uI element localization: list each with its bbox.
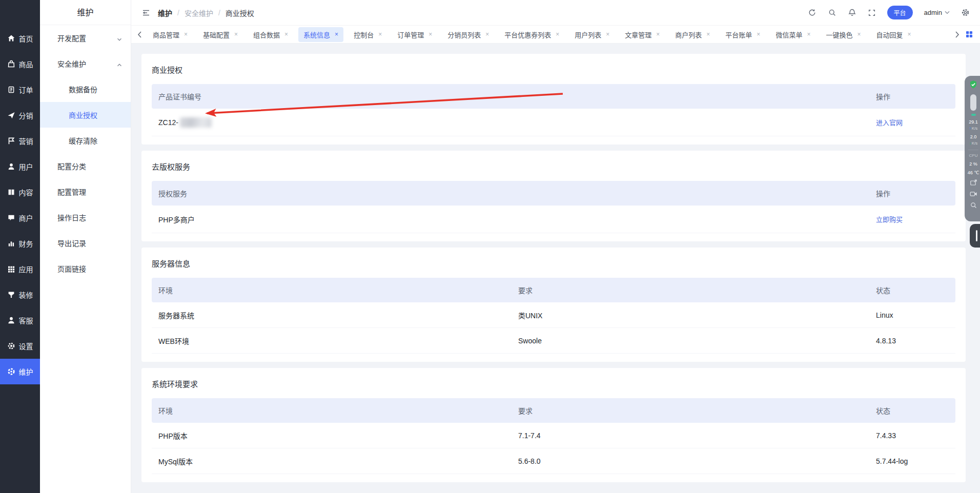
close-icon[interactable]: × [234, 31, 238, 37]
platform-button[interactable]: 平台 [887, 6, 913, 19]
cell-status: 7.4.33 [876, 432, 955, 440]
menu-item-config-manage[interactable]: 配置管理 [40, 179, 131, 204]
tab-item[interactable]: 平台账单× [720, 27, 765, 42]
screenshot-icon[interactable] [970, 179, 977, 187]
tab-label: 平台账单 [725, 30, 752, 39]
sidebar-item-finance[interactable]: 财务 [0, 231, 40, 256]
finance-chart-icon [7, 239, 15, 248]
sidebar-item-label: 分销 [19, 110, 33, 120]
tab-item[interactable]: 商品管理× [148, 27, 193, 42]
menu-item-label: 数据备份 [69, 84, 97, 94]
sidebar-item-home[interactable]: 首页 [0, 26, 40, 51]
sidebar-item-label: 财务 [19, 238, 33, 249]
close-icon[interactable]: × [857, 31, 861, 37]
close-icon[interactable]: × [907, 31, 911, 37]
menu-item-label: 配置分类 [57, 161, 86, 171]
close-icon[interactable]: × [656, 31, 660, 37]
sidebar-item-marketing[interactable]: 营销 [0, 128, 40, 154]
sidebar-item-content[interactable]: 内容 [0, 179, 40, 205]
buy-now-link[interactable]: 立即购买 [876, 216, 903, 223]
close-icon[interactable]: × [606, 31, 609, 37]
tab-item[interactable]: 微信菜单× [770, 27, 815, 42]
tab-label: 组合数据 [253, 30, 280, 39]
menu-item-label: 页面链接 [57, 263, 86, 274]
menu-item-cache-clear[interactable]: 缓存清除 [40, 128, 131, 153]
notification-bell-icon[interactable] [848, 8, 856, 17]
tabs-scroll-right-icon[interactable] [952, 31, 963, 38]
close-icon[interactable]: × [757, 31, 760, 37]
sidebar-item-decorate[interactable]: 装修 [0, 282, 40, 307]
user-icon [7, 162, 15, 171]
close-icon[interactable]: × [378, 31, 382, 37]
user-menu[interactable]: admin [924, 9, 950, 16]
tab-item[interactable]: 商户列表× [670, 27, 715, 42]
sidebar-item-goods[interactable]: 商品 [0, 51, 40, 77]
menu-group-security-maintenance[interactable]: 安全维护 [40, 51, 131, 76]
column-header: 授权服务 [152, 188, 518, 198]
scroll-capsule[interactable] [970, 94, 976, 111]
section-title: 系统环境要求 [152, 378, 955, 389]
magnifier-icon[interactable] [970, 201, 977, 209]
sidebar-item-label: 用户 [19, 161, 33, 172]
breadcrumb-item[interactable]: 商业授权 [226, 8, 254, 18]
sidebar-item-service[interactable]: 客服 [0, 307, 40, 333]
table-header-row: 环境 要求 状态 [152, 278, 955, 302]
sidebar-item-distribution[interactable]: 分销 [0, 102, 40, 128]
close-icon[interactable]: × [706, 31, 710, 37]
search-icon[interactable] [828, 8, 836, 17]
system-monitor-widget[interactable]: 29.1 ↑K/s 2.0 ↓K/s CPU 2 % 46 ℃ [965, 76, 980, 221]
menu-item-config-category[interactable]: 配置分类 [40, 153, 131, 179]
menu-item-export-record[interactable]: 导出记录 [40, 230, 131, 256]
sidebar-item-apps[interactable]: 应用 [0, 256, 40, 282]
tab-item[interactable]: 组合数据× [248, 27, 293, 42]
sidebar-item-maintenance[interactable]: 维护 [0, 359, 40, 384]
menu-item-label: 操作日志 [57, 212, 86, 222]
column-header: 状态 [876, 405, 955, 416]
tab-item-active[interactable]: 系统信息× [298, 27, 343, 42]
close-icon[interactable]: × [556, 31, 559, 37]
cpu-temperature: 46 ℃ [968, 170, 979, 175]
sidebar-item-user[interactable]: 用户 [0, 154, 40, 179]
gear-icon[interactable] [961, 8, 970, 17]
tab-item[interactable]: 一键换色× [821, 27, 866, 42]
sidebar-item-order[interactable]: 订单 [0, 77, 40, 102]
merchant-chat-icon [7, 214, 15, 222]
side-panel-handle[interactable] [970, 224, 980, 248]
close-icon[interactable]: × [485, 31, 489, 37]
enter-website-link[interactable]: 进入官网 [876, 119, 903, 127]
collapse-menu-icon[interactable] [141, 8, 151, 17]
tab-label: 用户列表 [575, 30, 601, 39]
breadcrumb-item[interactable]: 安全维护 [185, 8, 213, 18]
capsule-indicator [971, 114, 976, 116]
tab-item[interactable]: 基础配置× [198, 27, 243, 42]
close-icon[interactable]: × [184, 31, 188, 37]
tab-item[interactable]: 控制台× [349, 27, 387, 42]
refresh-icon[interactable] [808, 8, 816, 17]
sidebar-item-settings[interactable]: 设置 [0, 333, 40, 359]
screen-record-icon[interactable] [970, 190, 977, 198]
breadcrumb-item[interactable]: 维护 [158, 8, 172, 18]
close-icon[interactable]: × [428, 31, 432, 37]
goods-bag-icon [7, 60, 15, 68]
menu-group-dev-config[interactable]: 开发配置 [40, 25, 131, 51]
tab-item[interactable]: 平台优惠券列表× [499, 27, 564, 42]
close-icon[interactable]: × [335, 31, 338, 37]
tab-item[interactable]: 自动回复× [871, 27, 916, 42]
tabs-scroll-left-icon[interactable] [134, 31, 145, 38]
tab-list: 商品管理× 基础配置× 组合数据× 系统信息× 控制台× 订单管理× 分销员列表… [145, 27, 952, 42]
table-row: PHP版本 7.1-7.4 7.4.33 [152, 423, 955, 448]
tab-options-grid-icon[interactable] [963, 31, 976, 38]
menu-item-label: 缓存清除 [69, 135, 97, 146]
menu-item-page-link[interactable]: 页面链接 [40, 256, 131, 281]
menu-item-operation-log[interactable]: 操作日志 [40, 204, 131, 230]
menu-item-business-license[interactable]: 商业授权 [40, 102, 131, 128]
tab-item[interactable]: 订单管理× [392, 27, 437, 42]
close-icon[interactable]: × [807, 31, 810, 37]
tab-item[interactable]: 用户列表× [569, 27, 615, 42]
tab-item[interactable]: 分销员列表× [442, 27, 494, 42]
menu-item-data-backup[interactable]: 数据备份 [40, 76, 131, 102]
sidebar-item-merchant[interactable]: 商户 [0, 205, 40, 231]
tab-item[interactable]: 文章管理× [620, 27, 665, 42]
close-icon[interactable]: × [284, 31, 288, 37]
fullscreen-icon[interactable] [868, 9, 876, 17]
